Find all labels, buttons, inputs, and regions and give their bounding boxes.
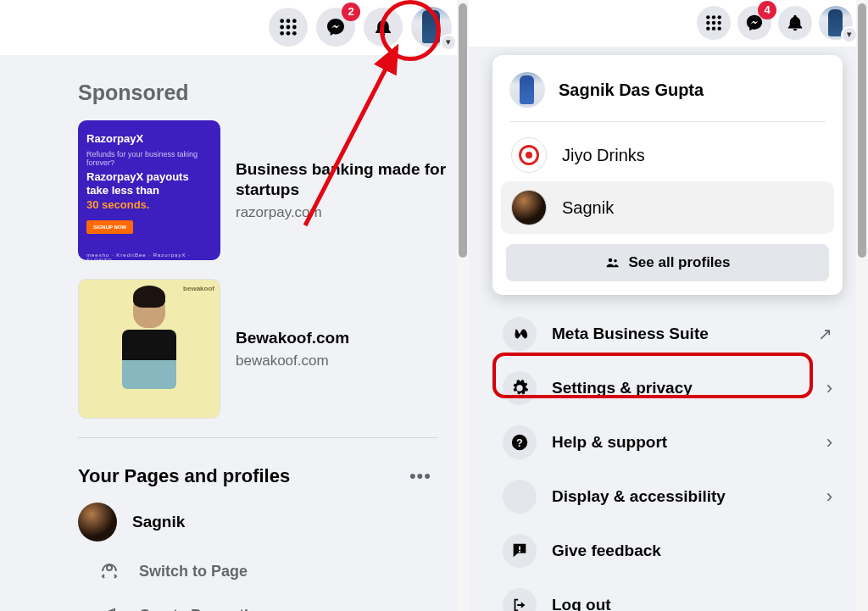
account-button[interactable]: ▾ [411,7,452,47]
meta-icon [503,317,537,351]
svg-point-11 [706,15,709,19]
chevron-right-icon: › [826,431,832,453]
bell-icon [373,17,393,37]
meta-business-suite[interactable]: Meta Business Suite ↗ [496,307,839,361]
chevron-right-icon: › [826,486,832,508]
display-accessibility[interactable]: Display & accessibility › [496,469,839,524]
people-icon [605,255,620,270]
content-area: Sponsored RazorpayX Refunds for your bus… [0,55,469,611]
notifications-button[interactable] [778,6,812,40]
pages-heading: Your Pages and profiles [78,465,290,487]
messenger-badge: 2 [342,3,360,21]
messenger-icon [326,17,346,37]
log-out[interactable]: Log out [496,578,839,611]
svg-point-0 [280,19,284,23]
top-nav: 2 ▾ [0,0,469,55]
svg-point-12 [712,15,715,19]
see-all-profiles-button[interactable]: See all profiles [506,244,829,281]
svg-point-5 [292,25,297,29]
svg-rect-26 [519,547,520,551]
svg-point-4 [287,25,291,29]
svg-point-10 [107,565,112,570]
chevron-down-icon: ▾ [440,34,457,51]
notifications-button[interactable] [364,8,403,47]
page-jiyo-drinks[interactable]: Jiyo Drinks [501,129,834,181]
page-item[interactable]: Sagnik [78,503,469,542]
menu-list: Meta Business Suite ↗ Settings & privacy… [492,307,843,611]
pages-options-button[interactable]: ••• [409,465,431,487]
ad-url: razorpay.com [236,204,469,221]
svg-point-16 [718,20,721,24]
page-name: Sagnik [132,513,185,531]
svg-rect-27 [519,551,520,553]
svg-point-14 [706,20,709,24]
page-avatar [511,137,547,173]
help-icon: ? [503,425,537,459]
svg-point-17 [706,26,709,30]
chevron-right-icon: › [826,377,832,399]
svg-point-8 [292,31,297,35]
messenger-button[interactable]: 2 [316,8,355,47]
divider [78,437,438,438]
megaphone-icon [95,601,124,611]
your-profile[interactable]: Sagnik Das Gupta [501,65,834,114]
svg-point-7 [287,31,291,35]
sponsored-ad-1[interactable]: RazorpayX Refunds for your business taki… [78,120,469,260]
logout-icon [503,588,537,611]
svg-point-13 [718,15,721,19]
page-sagnik[interactable]: Sagnik [501,181,834,234]
help-support[interactable]: ? Help & support › [496,415,839,469]
gear-icon [503,371,537,405]
external-icon: ↗ [818,324,832,344]
page-avatar [511,190,547,225]
moon-icon [503,480,537,514]
sponsored-heading: Sponsored [78,81,469,105]
svg-point-22 [608,258,612,263]
give-feedback[interactable]: Give feedback [496,524,839,578]
ad-url: bewakoof.com [236,353,349,369]
grid-icon [705,14,722,31]
svg-point-21 [526,152,532,158]
svg-point-1 [287,19,291,23]
ad-thumbnail: RazorpayX Refunds for your business taki… [78,120,220,260]
svg-text:?: ? [516,436,523,449]
messenger-button[interactable]: 4 [737,6,771,40]
svg-point-2 [292,19,297,23]
settings-privacy[interactable]: Settings & privacy › [496,361,839,415]
sponsored-ad-2[interactable]: bewakoof Bewakoof.com bewakoof.com [78,279,469,419]
chevron-down-icon: ▾ [841,26,858,43]
switch-icon [95,557,124,586]
ad-thumbnail: bewakoof [78,279,220,419]
avatar [509,72,545,108]
switch-to-page[interactable]: Switch to Page [95,557,469,586]
svg-point-15 [712,20,715,24]
menu-grid-button[interactable] [697,6,731,40]
scrollbar[interactable] [856,0,868,611]
grid-icon [279,18,298,36]
page-avatar [78,503,117,542]
svg-point-6 [280,31,284,35]
create-promotion[interactable]: Create Promotion [95,601,469,611]
svg-point-19 [718,26,721,30]
top-nav: 4 ▾ [469,0,868,47]
account-dropdown: Sagnik Das Gupta Jiyo Drinks Sagnik See … [469,47,868,611]
right-screenshot: 4 ▾ Sagnik Das Gupta Jiyo Drinks [469,0,868,611]
menu-grid-button[interactable] [269,8,308,47]
ad-title: Bewakoof.com [236,328,349,348]
svg-point-18 [712,26,715,30]
left-screenshot: 2 ▾ Sponsored RazorpayX Refunds for your… [0,0,469,611]
svg-point-23 [614,259,617,263]
bell-icon [786,14,804,32]
svg-point-3 [280,25,284,29]
scrollbar[interactable] [457,0,469,611]
feedback-icon [503,534,537,568]
profiles-card: Sagnik Das Gupta Jiyo Drinks Sagnik See … [492,55,843,295]
ad-title: Business banking made for startups [236,159,469,200]
messenger-badge: 4 [758,1,776,19]
account-button[interactable]: ▾ [819,6,853,40]
